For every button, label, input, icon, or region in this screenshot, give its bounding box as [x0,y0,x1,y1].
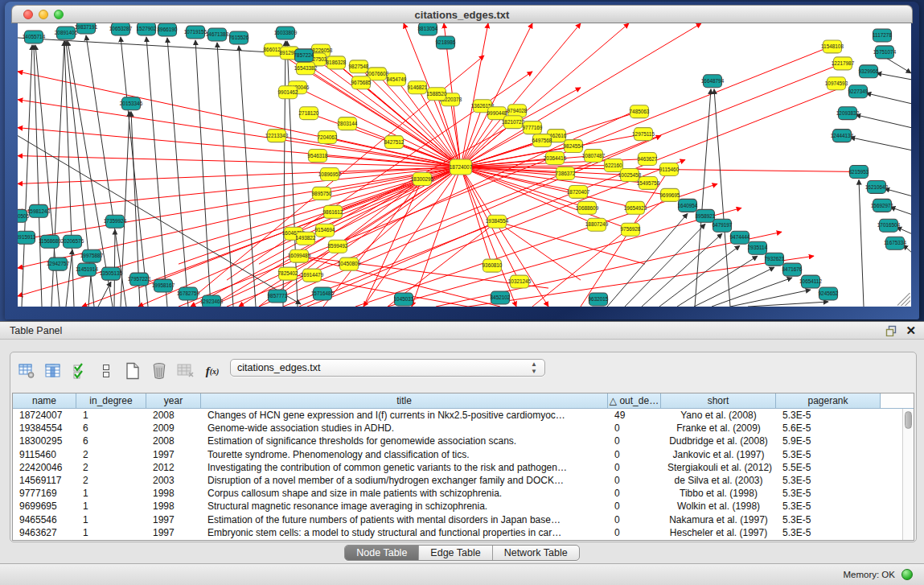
column-header-year[interactable]: year [146,393,201,408]
graph-node[interactable]: 8966190 [158,23,178,36]
graph-node[interactable]: 7204063 [318,131,338,144]
graph-node[interactable]: 6497568 [532,134,552,147]
row-height-icon[interactable] [97,360,116,381]
graph-node[interactable]: 14671388 [206,28,229,41]
graph-node[interactable]: 7857224 [294,49,314,62]
graph-node[interactable]: 1045031 [394,293,414,306]
graph-node[interactable]: 1527902 [137,23,157,35]
graph-node[interactable]: 10719155 [184,26,207,39]
graph-node[interactable]: 10896957 [318,167,342,180]
graph-node[interactable]: 20153346 [120,97,143,110]
table-selector-dropdown[interactable]: citations_edges.txt ▲▼ [230,359,545,377]
graph-node[interactable]: 9756928 [621,223,641,236]
table-row[interactable]: 1456911722003Disruption of a novel membe… [13,474,902,487]
graph-node[interactable]: 18807249 [585,218,609,231]
scrollbar-thumb[interactable] [905,411,912,429]
table-row[interactable]: 977716911998Corpus callosum shape and si… [13,487,902,500]
graph-node[interactable]: 16099489 [288,249,311,262]
network-graph[interactable]: 1872400718300295193845541822037813626158… [18,23,911,307]
graph-node[interactable]: 622160 [605,159,623,172]
graph-node[interactable]: 7386372 [556,167,576,179]
window-titlebar[interactable]: citations_edges.txt [11,5,913,23]
graph-node[interactable]: 3915911 [18,231,36,244]
graph-node[interactable]: 8452102 [491,291,511,304]
graph-node[interactable]: 9227349 [848,85,869,98]
graph-node[interactable]: 8427512 [384,136,405,149]
graph-node[interactable]: 8813054 [418,23,438,35]
graph-node[interactable]: 9463627 [638,153,658,166]
graph-node[interactable]: 11548108 [821,40,844,53]
new-column-icon[interactable] [123,360,142,381]
graph-node[interactable]: 9824554 [564,140,584,153]
function-builder-icon[interactable]: f(x) [203,360,222,381]
network-canvas[interactable]: 1872400718300295193845541822037813626158… [18,23,911,307]
column-header-title[interactable]: title [201,393,608,408]
table-row[interactable]: 1938455462009Genome-wide association stu… [13,422,902,435]
graph-node[interactable]: 8454749 [387,73,407,86]
graph-node[interactable]: 16914479 [301,269,324,282]
graph-node[interactable]: 10450809 [338,257,361,270]
graph-node[interactable]: 10321245 [508,275,532,288]
graph-node[interactable]: 8471676 [782,263,803,276]
graph-node[interactable]: 9245652 [819,287,839,300]
graph-node[interactable]: 8599492 [328,240,348,253]
graph-node[interactable]: 1493822 [296,232,316,245]
graph-node[interactable]: 18210723 [502,116,525,129]
graph-node[interactable]: 9329966 [859,65,879,78]
graph-node[interactable]: 15716485 [311,287,335,300]
table-panel-titlebar[interactable]: Table Panel ✕ [0,322,924,340]
graph-node[interactable]: 12942757 [47,257,70,270]
graph-node[interactable]: 9474444 [730,231,750,244]
graph-node[interactable]: 20206576 [61,235,84,248]
graph-node[interactable]: 15692971 [871,199,894,212]
graph-node[interactable]: 18724007 [450,159,473,175]
graph-node[interactable]: 20364416 [544,152,567,165]
graph-node[interactable]: 18720407 [567,185,590,198]
graph-node[interactable]: 16782759 [177,287,200,300]
tab-node-table[interactable]: Node Table [345,546,419,560]
table-row[interactable]: 911546021997Tourette syndrome. Phenomeno… [13,448,902,461]
graph-node[interactable]: 1117278 [873,29,892,42]
graph-node[interactable]: 9895750 [312,187,332,200]
graph-node[interactable]: 10688609 [576,201,599,214]
graph-node[interactable]: 9360810 [483,259,503,272]
graph-node[interactable]: 15751074 [873,46,897,59]
graph-node[interactable]: 19654923 [624,201,647,214]
graph-node[interactable]: 12213343 [265,130,289,142]
graph-node[interactable]: 10653287 [109,23,133,35]
resize-grip-icon[interactable] [897,293,910,306]
graph-node[interactable]: 15981243 [27,204,51,217]
graph-node[interactable]: 16543382 [294,62,318,75]
table-row[interactable]: 946362711997Embryonic stem cells: a mode… [13,526,902,539]
close-panel-icon[interactable]: ✕ [906,324,916,336]
graph-node[interactable]: 2803144 [338,117,358,130]
graph-node[interactable]: 10654112 [799,275,822,288]
graph-node[interactable]: 17359924 [104,215,127,228]
graph-node[interactable]: 15495758 [637,176,660,189]
graph-node[interactable]: 16648794 [701,75,725,88]
graph-node[interactable]: 12444134 [831,130,854,142]
graph-node[interactable]: 19958167 [152,279,175,292]
graph-node[interactable]: 12093832 [836,107,860,120]
graph-node[interactable]: 19837191 [75,23,98,34]
graph-node[interactable]: 14055714 [23,31,46,43]
graph-node[interactable]: 9901462 [278,86,298,99]
column-header-in_degree[interactable]: in_degree [76,393,146,408]
graph-node[interactable]: 9857771 [268,290,288,303]
column-header-short[interactable]: short [661,393,776,408]
tab-network-table[interactable]: Network Table [493,546,579,560]
graph-node[interactable]: 7485063 [630,105,650,118]
graph-node[interactable]: 9777169 [523,122,543,134]
graph-node[interactable]: 9146821 [408,81,428,94]
graph-node[interactable]: 9115460 [659,163,680,176]
graph-node[interactable]: 8215953 [849,165,869,178]
graph-node[interactable]: 9675685 [351,76,372,89]
graph-node[interactable]: 18300295 [411,172,434,185]
graph-node[interactable]: 19384554 [486,215,509,228]
graph-node[interactable]: 8958921 [696,209,716,222]
table-row[interactable]: 1830029562008Estimation of significance … [13,435,902,447]
graph-node[interactable]: 1588520 [427,88,447,101]
graph-node[interactable]: 9699695 [660,188,680,201]
table-row[interactable]: 1872400712008Changes of HCN gene express… [13,409,902,422]
table-row[interactable]: 969969511998Structural magnetic resonanc… [13,500,902,513]
